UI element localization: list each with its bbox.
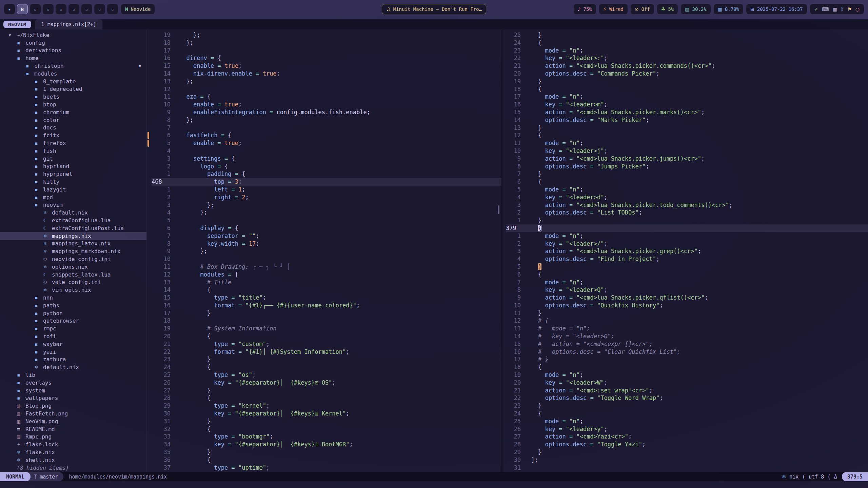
- tree-item[interactable]: ▨FastFetch.png: [0, 410, 146, 418]
- code-line[interactable]: 8 key.width = 17;: [152, 240, 501, 248]
- workspace-button-7[interactable]: ▫: [81, 4, 92, 14]
- code-line[interactable]: 7 mode = "n";: [506, 279, 868, 286]
- code-line[interactable]: 12 # {: [506, 317, 868, 325]
- code-line[interactable]: 379 {: [506, 224, 868, 232]
- code-line[interactable]: 16 # options.desc = "Clear Quickfix List…: [506, 348, 868, 356]
- tree-item[interactable]: ▪git: [0, 155, 146, 163]
- code-line[interactable]: 17 }: [152, 309, 501, 317]
- code-line[interactable]: 468 top = 3;: [152, 178, 501, 186]
- code-line[interactable]: 11 mode = "n";: [506, 139, 868, 147]
- code-line[interactable]: 36 {: [152, 456, 501, 464]
- code-line[interactable]: 20 {: [152, 332, 501, 340]
- code-line[interactable]: 4 options.desc = "Find in Project";: [506, 255, 868, 263]
- code-line[interactable]: 1 left = 1;: [152, 186, 501, 194]
- code-line[interactable]: 1 padding = {: [152, 170, 501, 178]
- tree-item[interactable]: ▪firefox: [0, 139, 146, 147]
- code-line[interactable]: 28 {: [152, 394, 501, 402]
- code-line[interactable]: 3 };: [152, 201, 501, 209]
- tree-item[interactable]: ❄default.nix: [0, 209, 146, 217]
- tree-item[interactable]: ▪rofi: [0, 332, 146, 340]
- code-line[interactable]: 25 type = "os";: [152, 371, 501, 379]
- tree-item[interactable]: ▨Rmpc.png: [0, 433, 146, 441]
- code-line[interactable]: 20 key = "<leader>W";: [506, 379, 868, 387]
- tree-item[interactable]: ❄flake.nix: [0, 448, 146, 456]
- tree-item[interactable]: ▪derivations: [0, 47, 146, 55]
- code-line[interactable]: 24 {: [506, 410, 868, 418]
- code-line[interactable]: 2 options.desc = "List TODOs";: [506, 209, 868, 217]
- workspace-button-4[interactable]: ▫: [43, 4, 54, 14]
- tray-display-icon[interactable]: ▦: [833, 6, 837, 12]
- code-line[interactable]: 18 {: [506, 85, 868, 93]
- code-line[interactable]: 17: [152, 47, 501, 55]
- code-line[interactable]: 2 right = 2;: [152, 194, 501, 201]
- code-line[interactable]: 11 }: [506, 309, 868, 317]
- code-line[interactable]: 9 action = "<cmd>lua Snacks.picker.qflis…: [506, 294, 868, 302]
- tree-item[interactable]: ▪overlays: [0, 379, 146, 387]
- tree-item[interactable]: ❄default.nix: [0, 363, 146, 371]
- code-line[interactable]: 30 ];: [506, 456, 868, 464]
- workspace-button-9[interactable]: ▫: [107, 4, 118, 14]
- status-chip-cpu[interactable]: ▦8.79%: [714, 4, 743, 14]
- code-line[interactable]: 23 }: [152, 355, 501, 363]
- media-player-chip[interactable]: ♫ Minuit Machine – Don't Run Fro…: [382, 4, 486, 14]
- code-line[interactable]: 14 {: [152, 286, 501, 294]
- workspace-button-3[interactable]: ▫: [30, 4, 41, 14]
- code-line[interactable]: 3 settings = {: [152, 155, 501, 163]
- code-line[interactable]: 16 format = "{#1}┌── {#}{user-name-color…: [152, 302, 501, 309]
- status-chip-network[interactable]: ⚡Wired: [599, 4, 628, 14]
- workspace-button-6[interactable]: ▫: [68, 4, 79, 14]
- tree-item[interactable]: ▪zathura: [0, 355, 146, 363]
- code-line[interactable]: 3 action = "<cmd>lua Snacks.picker.grep(…: [506, 247, 868, 255]
- code-line[interactable]: 30 key = "{#separator}│ {#keys}≣ Kernel"…: [152, 410, 501, 418]
- tree-item[interactable]: ▾~/NixFlake: [0, 31, 146, 39]
- tree-item[interactable]: ▪system: [0, 387, 146, 394]
- workspace-button-5[interactable]: ▫: [56, 4, 66, 14]
- git-branch[interactable]: ᛉ master: [26, 472, 63, 481]
- tree-item[interactable]: ❄vim_opts.nix: [0, 286, 146, 294]
- code-line[interactable]: 11 eza = {: [152, 93, 501, 101]
- tree-item[interactable]: ▪nnn: [0, 294, 146, 302]
- code-line[interactable]: 18 };: [152, 39, 501, 47]
- tree-item[interactable]: ▪docs: [0, 124, 146, 132]
- code-line[interactable]: 12 {: [506, 131, 868, 139]
- tree-item[interactable]: ▪paths: [0, 302, 146, 309]
- code-line[interactable]: 21 action = "<cmd>:set wrap!<cr>";: [506, 387, 868, 394]
- code-line[interactable]: 15 enable = true;: [152, 62, 501, 70]
- code-line[interactable]: 5 enable = true;: [152, 139, 501, 147]
- tree-item[interactable]: ⚙vale_config.ini: [0, 279, 146, 286]
- workspace-button-1[interactable]: ✦: [4, 4, 15, 14]
- tree-item[interactable]: ▪chromium: [0, 108, 146, 116]
- tree-item[interactable]: ❄mappings_latex.nix: [0, 240, 146, 248]
- code-line[interactable]: 7 separator = "";: [152, 232, 501, 240]
- tree-item[interactable]: ☾snippets_latex.lua: [0, 271, 146, 279]
- code-line[interactable]: 10: [152, 255, 501, 263]
- tree-item[interactable]: ❄options.nix: [0, 263, 146, 271]
- code-line[interactable]: 6 fastfetch = {: [152, 131, 501, 139]
- tray-bluetooth-icon[interactable]: ᛒ: [841, 6, 844, 12]
- code-line[interactable]: 21 action = "<cmd>lua Snacks.picker.comm…: [506, 62, 868, 70]
- code-line[interactable]: 29 type = "kernel";: [152, 402, 501, 410]
- code-line[interactable]: 13 # Title: [152, 279, 501, 286]
- code-line[interactable]: 35 }: [152, 448, 501, 456]
- tray-power-icon[interactable]: ○: [855, 6, 860, 12]
- code-line[interactable]: 14 nix-direnv.enable = true;: [152, 70, 501, 78]
- tree-item[interactable]: ▪1_deprecated: [0, 85, 146, 93]
- code-line[interactable]: 17 # }: [506, 355, 868, 363]
- code-line[interactable]: 15 # action = "<cmd>cexpr []<cr>";: [506, 340, 868, 348]
- code-line[interactable]: 6 {: [506, 271, 868, 279]
- code-line[interactable]: 5 mode = "n";: [506, 186, 868, 194]
- code-line[interactable]: 34 key = "{#separator}│ {#keys}≣ BootMGR…: [152, 441, 501, 448]
- code-line[interactable]: 4 };: [152, 209, 501, 217]
- code-line[interactable]: 2 logo = {: [152, 163, 501, 170]
- code-line[interactable]: 37 type = "uptime";: [152, 464, 501, 472]
- tree-item[interactable]: ▪qutebrowser: [0, 317, 146, 325]
- tree-item[interactable]: ▪fcitx: [0, 131, 146, 139]
- code-line[interactable]: 16 direnv = {: [152, 54, 501, 62]
- code-line[interactable]: 27 }: [152, 387, 501, 394]
- tree-item[interactable]: ❄mappings.nix: [0, 232, 146, 240]
- code-line[interactable]: 13 };: [152, 78, 501, 85]
- workspace-button-2[interactable]: N: [17, 4, 28, 14]
- code-line[interactable]: 8 key = "<leader>Q";: [506, 286, 868, 294]
- status-chip-power-profile[interactable]: ☘5%: [657, 4, 678, 14]
- code-line[interactable]: 15 type = "title";: [152, 294, 501, 302]
